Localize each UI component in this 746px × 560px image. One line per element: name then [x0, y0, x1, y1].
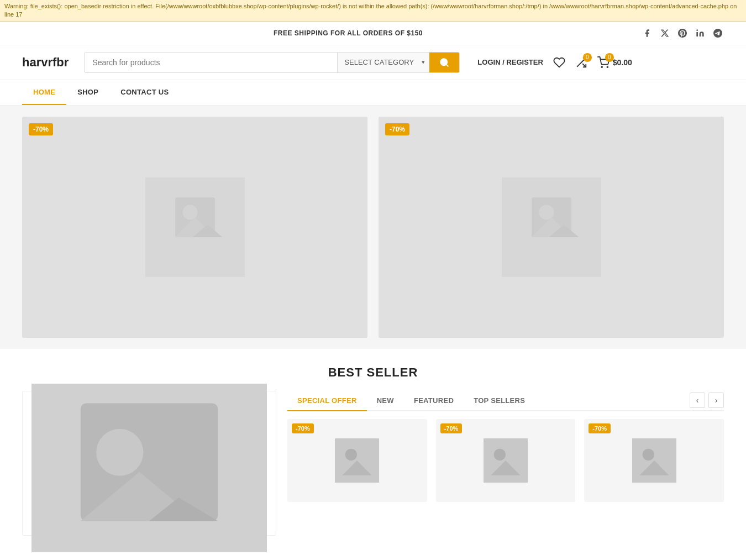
category-select[interactable]: SELECT CATEGORY — [338, 53, 429, 72]
svg-point-26 — [494, 448, 506, 460]
warning-bar: Warning: file_exists(): open_basedir res… — [0, 0, 746, 22]
header-actions: LOGIN / REGISTER 0 0 — [477, 56, 632, 69]
cart-icon: 0 — [597, 56, 610, 69]
product-badge-2: -70% — [440, 423, 463, 433]
svg-point-23 — [345, 448, 357, 460]
hero-section: -70% -70% — [0, 106, 746, 349]
compare-badge: 0 — [583, 53, 592, 62]
login-register-link[interactable]: LOGIN / REGISTER — [477, 58, 543, 66]
product-badge-3: -70% — [589, 423, 611, 433]
cart-badge: 0 — [605, 53, 614, 62]
hero-right-image — [502, 177, 601, 277]
nav-link-home[interactable]: HOME — [22, 80, 66, 105]
tab-prev-button[interactable]: ‹ — [690, 392, 705, 408]
nav-item-contact[interactable]: CONTACT US — [109, 80, 180, 105]
hero-left-badge: -70% — [29, 123, 53, 135]
tabs-header: SPECIAL OFFER NEW FEATURED TOP SELLERS ‹… — [287, 391, 724, 411]
nav-link-shop[interactable]: SHOP — [66, 80, 109, 104]
category-select-wrapper[interactable]: SELECT CATEGORY — [337, 53, 429, 72]
header: harvrfbr SELECT CATEGORY LOGIN / REGISTE… — [0, 45, 746, 80]
svg-point-29 — [642, 448, 654, 460]
sale-product-item[interactable]: -60% — [31, 423, 267, 526]
tab-featured[interactable]: FEATURED — [404, 391, 464, 411]
svg-point-5 — [601, 66, 602, 67]
telegram-icon[interactable] — [712, 27, 724, 39]
hero-left-image — [145, 177, 245, 277]
search-button[interactable] — [429, 53, 459, 72]
hero-right-badge: -70% — [385, 123, 409, 135]
social-icons — [641, 27, 724, 39]
cart-price: $0.00 — [613, 58, 632, 67]
best-seller-section: BEST SELLER — [0, 349, 746, 385]
special-offer-panel: SPECIAL OFFER NEW FEATURED TOP SELLERS ‹… — [287, 391, 724, 536]
product-image-1 — [335, 438, 379, 483]
cart-button[interactable]: 0 $0.00 — [597, 56, 632, 69]
svg-point-6 — [607, 66, 608, 67]
wishlist-button[interactable] — [553, 56, 565, 69]
product-card-3[interactable]: -70% — [584, 419, 724, 502]
tab-nav-arrows: ‹ › — [690, 392, 724, 408]
search-input[interactable] — [85, 53, 337, 72]
facebook-icon[interactable] — [641, 27, 653, 39]
product-card-1[interactable]: -70% — [287, 419, 427, 502]
tab-special-offer[interactable]: SPECIAL OFFER — [287, 391, 367, 411]
product-image-3 — [632, 438, 676, 483]
hero-right-slide[interactable]: -70% — [379, 117, 724, 338]
tab-next-button[interactable]: › — [708, 392, 724, 408]
svg-line-2 — [446, 64, 448, 66]
linkedin-icon[interactable] — [694, 27, 706, 39]
hero-left-slide[interactable]: -70% — [22, 117, 367, 338]
sale-product-image — [31, 438, 267, 526]
svg-point-19 — [96, 429, 143, 476]
main-navigation: HOME SHOP CONTACT US — [0, 80, 746, 106]
nav-item-home[interactable]: HOME — [22, 80, 66, 105]
best-seller-title: BEST SELLER — [22, 365, 724, 380]
product-grid: -70% -70% — [287, 419, 724, 502]
product-card-2[interactable]: -70% — [436, 419, 576, 502]
bottom-section: SALE PRODUCTS ‹ › -60% SPECIAL OFFER — [0, 385, 746, 552]
twitter-icon[interactable] — [659, 27, 671, 39]
site-logo[interactable]: harvrfbr — [22, 55, 69, 70]
product-badge-1: -70% — [292, 423, 314, 433]
tab-top-sellers[interactable]: TOP SELLERS — [464, 391, 535, 411]
svg-point-0 — [696, 30, 698, 32]
nav-item-shop[interactable]: SHOP — [66, 80, 109, 105]
pinterest-icon[interactable] — [676, 27, 689, 39]
promo-text: FREE SHIPPING FOR ALL ORDERS OF $150 — [274, 29, 423, 37]
compare-button[interactable]: 0 — [575, 56, 587, 69]
search-bar: SELECT CATEGORY — [84, 52, 460, 73]
promo-bar: FREE SHIPPING FOR ALL ORDERS OF $150 — [0, 22, 746, 45]
nav-link-contact[interactable]: CONTACT US — [109, 80, 180, 104]
sale-products-panel: SALE PRODUCTS ‹ › -60% — [22, 391, 276, 536]
tab-new[interactable]: NEW — [367, 391, 404, 411]
product-image-2 — [484, 438, 528, 483]
warning-text: Warning: file_exists(): open_basedir res… — [4, 3, 737, 18]
